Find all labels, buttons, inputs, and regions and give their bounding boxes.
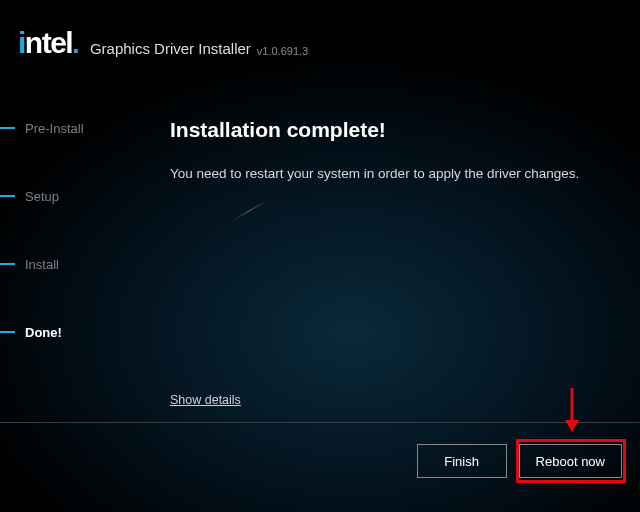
step-tick-icon (0, 331, 15, 333)
button-bar: Finish Reboot now (417, 444, 622, 478)
step-tick-icon (0, 263, 15, 265)
step-label: Setup (25, 189, 59, 204)
main-content: Installation complete! You need to resta… (150, 118, 640, 390)
finish-button[interactable]: Finish (417, 444, 507, 478)
step-setup: Setup (0, 186, 150, 206)
intel-logo: intel. (18, 28, 78, 60)
step-install: Install (0, 254, 150, 274)
step-label: Pre-Install (25, 121, 84, 136)
app-version: v1.0.691.3 (257, 45, 308, 60)
step-label: Done! (25, 325, 62, 340)
sidebar: Pre-Install Setup Install Done! (0, 118, 150, 390)
page-title: Installation complete! (170, 118, 610, 142)
divider (0, 422, 640, 423)
step-done: Done! (0, 322, 150, 342)
reboot-now-button[interactable]: Reboot now (519, 444, 622, 478)
step-tick-icon (0, 195, 15, 197)
step-label: Install (25, 257, 59, 272)
show-details-link[interactable]: Show details (170, 393, 241, 407)
annotation-arrow-icon (563, 386, 581, 434)
step-tick-icon (0, 127, 15, 129)
app-title: Graphics Driver Installer (90, 40, 251, 60)
header: intel. Graphics Driver Installer v1.0.69… (0, 0, 640, 60)
page-description: You need to restart your system in order… (170, 164, 580, 184)
step-pre-install: Pre-Install (0, 118, 150, 138)
